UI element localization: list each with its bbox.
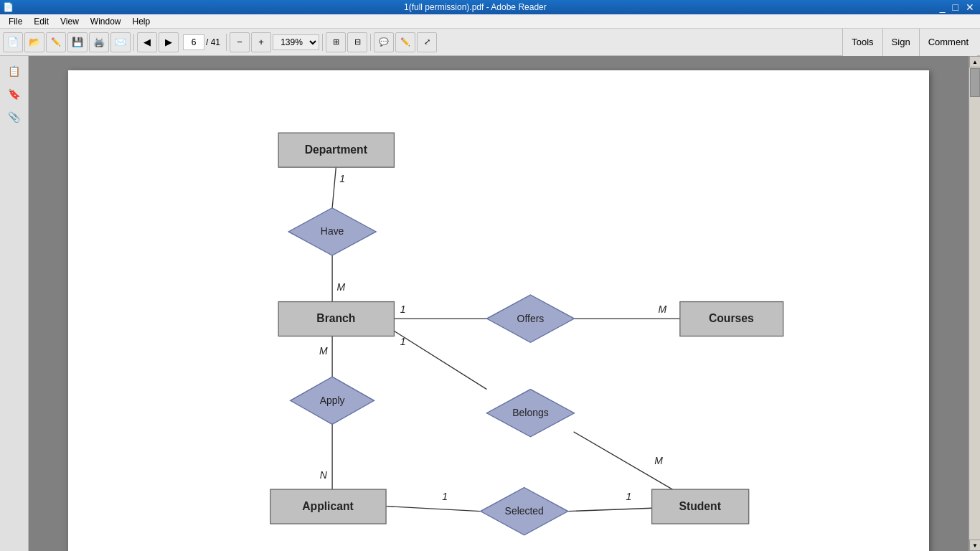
menu-file[interactable]: File [3,17,28,27]
email-button[interactable]: ✉️ [110,32,131,52]
separator-1 [133,34,134,51]
print-button[interactable]: 🖨️ [89,32,109,52]
card-branch-belongs: 1 [400,336,406,347]
line-applicant-selected [386,507,481,512]
entity-dept-label: Department [305,143,368,156]
fullscreen-button[interactable]: ⤢ [417,32,437,52]
right-scrollbar[interactable]: ▲ ▼ [969,56,980,551]
line-branch-belongs [392,330,487,390]
save-button[interactable]: 💾 [67,32,88,52]
left-sidebar: 📋 🔖 📎 [0,56,29,551]
toolbar: 📄 📂 ✏️ 💾 🖨️ ✉️ ◀ ▶ / 41 − + 139% 100% 75… [0,29,980,56]
scroll-track [969,67,980,540]
card-branch-apply: M [319,345,328,357]
card-belongs-student: M [654,455,663,466]
card-offers-courses: M [659,303,667,315]
main-content: 📋 🔖 📎 [0,56,980,551]
next-page-button[interactable]: ▶ [159,32,179,52]
menu-view[interactable]: View [55,17,85,27]
relation-apply-label: Apply [320,395,345,406]
scroll-thumb[interactable] [970,68,980,97]
separator-3 [322,34,323,51]
tools-button[interactable]: Tools [842,29,882,56]
card-have-branch: M [336,281,345,293]
relation-belongs-label: Belongs [512,407,548,418]
toolbar-right: Tools Sign Comment [842,29,977,56]
entity-applicant-label: Applicant [302,500,354,512]
close-button[interactable]: ✕ [963,1,977,13]
title-bar-controls[interactable]: _ □ ✕ [937,1,977,13]
open-button[interactable]: 📂 [24,32,44,52]
menu-bar: File Edit View Window Help [0,14,980,29]
fit-page-button[interactable]: ⊞ [326,32,346,52]
minimize-button[interactable]: _ [937,1,948,13]
maximize-button[interactable]: □ [950,1,961,13]
title-bar-title: 1(full permission).pdf - Adobe Reader [14,2,937,12]
zoom-select[interactable]: 139% 100% 75% 50% [273,34,319,50]
scroll-up-arrow[interactable]: ▲ [969,56,980,67]
title-bar: 📄 1(full permission).pdf - Adobe Reader … [0,0,980,14]
new-button[interactable]: 📄 [3,32,23,52]
pdf-page: 1 M 1 M M N 1 M 1 1 Department Branch Co… [68,70,929,551]
er-diagram: 1 M 1 M M N 1 M 1 1 Department Branch Co… [68,70,929,551]
card-selected-student: 1 [626,491,631,502]
title-bar-icon: 📄 [3,2,14,12]
scroll-down-arrow[interactable]: ▼ [969,540,980,551]
zoom-in-button[interactable]: + [251,32,271,52]
menu-window[interactable]: Window [85,17,127,27]
comment-button[interactable]: 💬 [374,32,394,52]
sidebar-attach[interactable]: 📎 [5,108,24,126]
menu-edit[interactable]: Edit [28,17,55,27]
relation-selected-label: Selected [505,505,544,517]
entity-courses-label: Courses [709,312,754,324]
comment-panel-button[interactable]: Comment [919,29,977,56]
card-apply-applicant: N [320,469,328,481]
edit-button[interactable]: ✏️ [46,32,66,52]
page-area: 1 M 1 M M N 1 M 1 1 Department Branch Co… [29,56,969,551]
sidebar-bookmark[interactable]: 🔖 [5,85,24,103]
relation-have-label: Have [321,225,344,237]
markup-button[interactable]: ✏️ [395,32,415,52]
line-dept-have [332,167,336,208]
separator-2 [226,34,227,51]
prev-page-button[interactable]: ◀ [137,32,157,52]
page-total: / 41 [206,37,220,47]
card-dept-have: 1 [339,173,345,184]
zoom-out-button[interactable]: − [230,32,250,52]
entity-branch-label: Branch [316,312,355,324]
page-number-input[interactable] [183,34,204,50]
card-branch-offers: 1 [400,303,406,315]
fit-width-button[interactable]: ⊟ [347,32,367,52]
sign-button[interactable]: Sign [882,29,919,56]
relation-offers-label: Offers [517,313,545,324]
page-navigation: / 41 [183,34,220,50]
line-selected-student [568,508,652,511]
card-applicant-selected: 1 [442,491,448,502]
menu-help[interactable]: Help [127,17,156,27]
sidebar-page-thumb[interactable]: 📋 [5,62,24,80]
separator-4 [370,34,371,51]
entity-student-label: Student [679,500,722,512]
